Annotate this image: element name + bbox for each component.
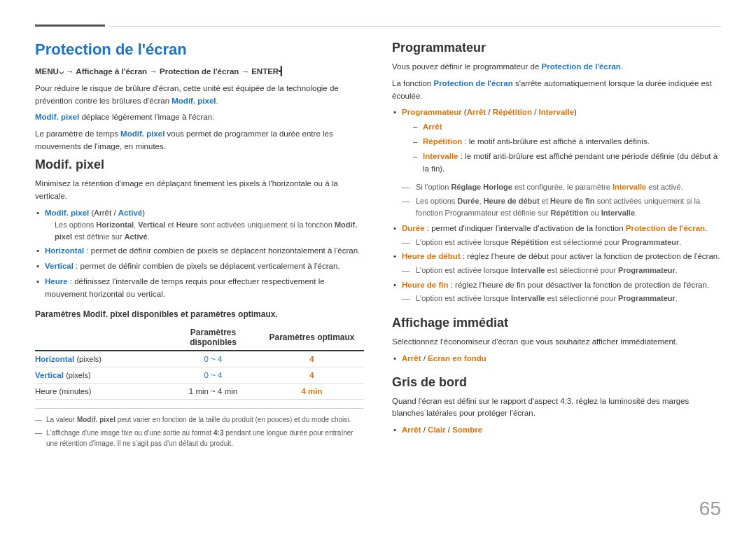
top-decoration [35, 21, 721, 27]
prog-bullet-debut: Heure de début : réglez l'heure de début… [392, 251, 721, 276]
page-container: Protection de l'écran MENU⌵ → Affichage … [0, 0, 756, 534]
footnotes-section: La valeur Modif. pixel peut varier en fo… [35, 408, 364, 449]
row1-sub: (pixels) [76, 355, 101, 363]
prog-bullet-list2: Durée : permet d'indiquer l'intervalle d… [392, 223, 721, 304]
prog-intro2: La fonction Protection de l'écran s'arrê… [392, 78, 721, 103]
b3-label: Vertical [45, 262, 74, 270]
prog-int: Intervalle [423, 152, 458, 160]
row1-optimal: 4 [265, 351, 364, 367]
dn-rep: Répétition [511, 238, 549, 246]
row2-optimal: 4 [265, 367, 364, 384]
prog-sub-list: Arrêt Répétition : le motif anti-brûlure… [412, 121, 721, 175]
right-column: Programmateur Vous pouvez définir le pro… [392, 41, 721, 520]
gris-list: Arrêt / Clair / Sombre [392, 424, 721, 437]
top-line-light [109, 26, 721, 27]
note2-rep: Répétition [551, 209, 589, 217]
row3-sub: (minutes) [59, 387, 92, 395]
prog-title: Programmateur [392, 41, 721, 55]
main-title: Protection de l'écran [35, 41, 364, 59]
intro-p2-bold: Modif. pixel [35, 113, 79, 121]
row3-name: Heure [35, 387, 57, 395]
modif-bullet-3: Vertical : permet de définir combien de … [35, 260, 364, 273]
prog-rep: Répétition [423, 137, 462, 146]
b-duree: Durée [402, 224, 425, 232]
params-table: Paramètresdisponibles Paramètres optimau… [35, 325, 364, 400]
prog-note1: Si l'option Réglage Horloge est configur… [402, 181, 721, 193]
gris-section: Gris de bord Quand l'écran est défini su… [392, 375, 721, 437]
sub-horizontal: Horizontal [96, 220, 134, 229]
aff-arrêt: Arrêt [402, 354, 421, 363]
row3-label: Heure (minutes) [35, 384, 167, 400]
modif-bullet-list: Modif. pixel (Arrêt / Activé) Les option… [35, 207, 364, 301]
dn2-int: Intervalle [511, 266, 545, 274]
table-header-row: Paramètresdisponibles Paramètres optimau… [35, 325, 364, 351]
gris-desc: Quand l'écran est défini sur le rapport … [392, 395, 721, 421]
prog-note2: Les options Durée, Heure de début et Heu… [402, 195, 721, 218]
table-row: Heure (minutes) 1 min ~ 4 min 4 min [35, 384, 364, 400]
row3-optimal: 4 min [265, 384, 364, 400]
affichage-list: Arrêt / Ecran en fondu [392, 353, 721, 365]
intro-p3-bold: Modif. pixel [120, 129, 164, 138]
modif-desc: Minimisez la rétention d'image en déplaç… [35, 178, 364, 203]
col-header-optimal: Paramètres optimaux [265, 325, 364, 351]
page-number: 65 [699, 498, 721, 520]
gris-clair: Clair [428, 426, 446, 434]
dn3-int: Intervalle [511, 294, 545, 302]
menu-path: MENU⌵ → Affichage à l'écran → Protection… [35, 66, 364, 78]
prog-sub-3: Intervalle : le motif anti-brûlure est a… [412, 150, 721, 176]
intro-modif-bold: Modif. pixel [172, 97, 216, 105]
b-debut: Heure de début [402, 252, 461, 260]
row3-available: 1 min ~ 4 min [167, 384, 265, 400]
intro-p1: Pour réduire le risque de brûlure d'écra… [35, 83, 364, 108]
note2-fin: Heure de fin [550, 197, 595, 205]
gris-bullet: Arrêt / Clair / Sombre [392, 424, 721, 437]
row2-sub: (pixels) [66, 371, 90, 379]
affichage-title: Affichage immédiat [392, 316, 721, 330]
table-title: Paramètres Modif. pixel disponibles et p… [35, 308, 364, 321]
row2-name: Vertical [35, 371, 64, 379]
modif-b1-label: Modif. pixel [45, 209, 89, 217]
prog-intro1: Vous pouvez définir le programmateur de … [392, 61, 721, 73]
dn2-prog: Programmateur [618, 266, 676, 274]
note1-bold1: Réglage Horloge [451, 183, 512, 191]
intro-p3: Le paramètre de temps Modif. pixel vous … [35, 128, 364, 153]
col-header-available: Paramètresdisponibles [167, 325, 265, 351]
modif-title: Modif. pixel [35, 157, 364, 172]
note2-dur: Durée [457, 197, 479, 205]
left-column: Protection de l'écran MENU⌵ → Affichage … [35, 41, 364, 520]
prog-arrêt: Arrêt [423, 122, 442, 131]
sub-active: Activé [125, 232, 148, 241]
fn2-bold1: 4:3 [214, 429, 223, 437]
aff-ecran: Ecran en fondu [428, 354, 486, 363]
modif-bullet-2: Horizontal : permet de définir combien d… [35, 245, 364, 258]
prog-bullet-list: Programmateur (Arrêt / Répétition / Inte… [392, 106, 721, 175]
modif-b1-paren: (Arrêt / Activé) [89, 209, 145, 217]
intro-p2: Modif. pixel déplace légèrement l'image … [35, 111, 364, 124]
affichage-bullet: Arrêt / Ecran en fondu [392, 353, 721, 365]
content-area: Protection de l'écran MENU⌵ → Affichage … [35, 41, 721, 520]
modif-sub-note: Les options Horizontal, Vertical et Heur… [45, 219, 364, 242]
gris-sombre: Sombre [452, 426, 482, 434]
affichage-section: Affichage immédiat Sélectionnez l'économ… [392, 316, 721, 365]
prog-i1-bold: Protection de l'écran [542, 62, 621, 71]
menu-path-text: MENU⌵ → Affichage à l'écran → Protection… [35, 67, 284, 76]
debut-note: L'option est activée lorsque Intervalle … [402, 265, 721, 276]
prog-sub-1: Arrêt [412, 121, 721, 134]
row2-available: 0 ~ 4 [167, 367, 265, 384]
table-row: Vertical (pixels) 0 ~ 4 4 [35, 367, 364, 384]
gris-arrêt: Arrêt [402, 426, 421, 434]
col-header-empty [35, 325, 167, 351]
sub-heure: Heure [176, 220, 198, 229]
fn1-bold: Modif. pixel [77, 416, 115, 423]
row1-name: Horizontal [35, 355, 74, 363]
prog-bullet-fin: Heure de fin : réglez l'heure de fin pou… [392, 279, 721, 304]
prog-i2-bold: Protection de l'écran [433, 79, 512, 87]
note2-deb: Heure de début [484, 197, 540, 205]
b4-label: Heure [45, 277, 68, 286]
modif-bullet-1: Modif. pixel (Arrêt / Activé) Les option… [35, 207, 364, 243]
footnote-1: La valeur Modif. pixel peut varier en fo… [35, 414, 364, 425]
b-fin: Heure de fin [402, 281, 448, 289]
row1-label: Horizontal (pixels) [35, 351, 167, 367]
prog-bullet-duree: Durée : permet d'indiquer l'intervalle d… [392, 223, 721, 248]
b2-label: Horizontal [45, 246, 84, 255]
